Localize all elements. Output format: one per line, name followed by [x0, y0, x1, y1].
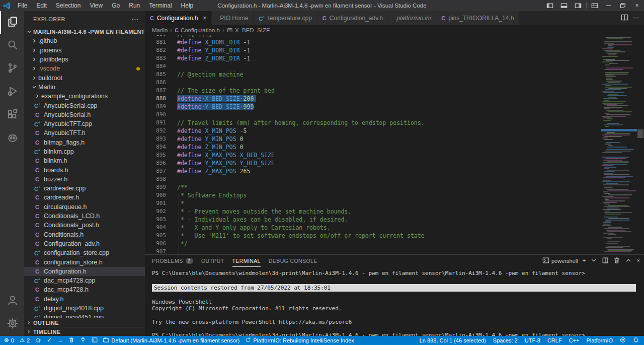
status-check[interactable]: ✓	[47, 337, 52, 343]
scrollbar-thumb[interactable]	[637, 129, 643, 138]
code-line[interactable]: 883#define Z_HOME_DIR -1	[145, 54, 599, 62]
tree-item[interactable]: Cbuzzer.h	[24, 175, 145, 184]
tree-item[interactable]: Cdac_mcp4728.h	[24, 285, 145, 294]
tab-configuration-adv-h[interactable]: CConfiguration_adv.h	[317, 11, 388, 25]
status-sync-item[interactable]: PlatformIO: Rebuilding IntelliSense Inde…	[245, 337, 354, 344]
code-line[interactable]: 886	[145, 79, 599, 87]
shell-selector[interactable]: powershell	[542, 257, 578, 265]
tab-pio-home[interactable]: PIO Home	[212, 11, 254, 25]
code-line[interactable]: 895#define X_MAX_POS X_BED_SIZE	[145, 151, 599, 159]
status-arrow-right[interactable]: →	[57, 337, 63, 343]
tree-item[interactable]: example_configurations	[24, 92, 145, 101]
status-item[interactable]: UTF-8	[525, 337, 540, 343]
minimize-button[interactable]	[602, 0, 616, 11]
terminal-output[interactable]: PS C:\Users\ble\Documents\windmolen\3d-p…	[145, 267, 644, 336]
split-icon[interactable]	[602, 257, 609, 265]
tree-item[interactable]: Cdelay.h	[24, 295, 145, 304]
tree-item[interactable]: C+digipot_mcp4451.cpp	[24, 313, 145, 318]
tree-item[interactable]: C+cardreader.cpp	[24, 184, 145, 193]
tree-item[interactable]: .github	[24, 36, 145, 45]
tree-item[interactable]: CConditionals_LCD.h	[24, 212, 145, 221]
tree-item[interactable]: .vscode	[24, 64, 145, 73]
status-plug[interactable]	[80, 337, 86, 344]
tree-item[interactable]: CConditionals_post.h	[24, 221, 145, 230]
activity-platformio[interactable]	[0, 127, 24, 150]
code-line[interactable]: 902 * - Prevent moves outside the set ma…	[145, 208, 599, 216]
activity-settings[interactable]	[0, 313, 24, 336]
tree-item[interactable]: Marlin	[24, 83, 145, 92]
more-actions-icon[interactable]: ⋯	[132, 15, 139, 23]
code-line[interactable]: 893#define Y_MIN_POS 0	[145, 135, 599, 143]
panel-tab-problems[interactable]: PROBLEMS2	[152, 255, 193, 267]
tree-item[interactable]: CAnycubicSerial.h	[24, 110, 145, 119]
code-line[interactable]: 904 * - X and Y only apply to Cartesian …	[145, 224, 599, 232]
close-icon[interactable]: ×	[636, 258, 640, 264]
editor[interactable]: 880// :[-1,1]881#define X_HOME_DIR -1882…	[145, 35, 644, 254]
outline-section[interactable]: OUTLINE	[24, 318, 145, 327]
menu-item-go[interactable]: Go	[107, 0, 124, 11]
status-warning-item[interactable]: ⚠2	[20, 337, 30, 343]
code-line[interactable]: 905 * - Use 'M211' to set software endst…	[145, 232, 599, 240]
chevron-up-icon[interactable]	[625, 257, 632, 265]
activity-run-debug[interactable]	[0, 81, 24, 104]
code-line[interactable]: 884	[145, 62, 599, 71]
code-area[interactable]: 880// :[-1,1]881#define X_HOME_DIR -1882…	[145, 35, 599, 254]
code-line[interactable]: 899/**	[145, 183, 599, 191]
code-line[interactable]: 907	[145, 248, 599, 254]
editor-scrollbar[interactable]	[637, 35, 644, 254]
layout-customize-button[interactable]	[588, 0, 602, 11]
close-tab-icon[interactable]: ×	[203, 15, 206, 22]
tree-item[interactable]: C+AnycubicTFT.cpp	[24, 119, 145, 128]
more-icon[interactable]: ⋯	[633, 15, 639, 21]
tree-item[interactable]: Ccircularqueue.h	[24, 202, 145, 212]
restore-button[interactable]	[616, 0, 630, 11]
tree-item[interactable]: Cconfiguration_store.h	[24, 257, 145, 266]
tree-item[interactable]: C+AnycubicSerial.cpp	[24, 101, 145, 110]
tab-pins-trigorilla-14-h[interactable]: Cpins_TRIGORILLA_14.h	[436, 11, 519, 25]
tab-configuration-h[interactable]: CConfiguration.h×	[145, 11, 212, 25]
code-line[interactable]: 890	[145, 111, 599, 119]
tree-item[interactable]: buildroot	[24, 73, 145, 82]
code-line[interactable]: 900 * Software Endstops	[145, 191, 599, 199]
tree-item[interactable]: .pioenvs	[24, 46, 145, 55]
code-line[interactable]: 888#define·X_BED_SIZE·200	[145, 95, 599, 103]
status-trash[interactable]	[68, 337, 74, 344]
plus-icon[interactable]: +	[583, 258, 586, 264]
menu-item-help[interactable]: Help	[177, 0, 198, 11]
code-line[interactable]: 901 *	[145, 199, 599, 208]
status-item[interactable]: PlatformIO	[586, 337, 613, 343]
code-line[interactable]: 897#define Z_MAX_POS 265	[145, 167, 599, 175]
tree-item[interactable]: CConditionals.h	[24, 230, 145, 239]
status-item[interactable]: Ln 888, Col 1 (46 selected)	[420, 337, 486, 343]
status-bell[interactable]	[633, 337, 639, 344]
tree-item[interactable]: C+blinkm.cpp	[24, 147, 145, 156]
status-item[interactable]: CRLF	[547, 337, 562, 343]
status-home[interactable]	[35, 337, 41, 344]
tree-item[interactable]: C+dac_mcp4728.cpp	[24, 276, 145, 285]
activity-search[interactable]	[0, 34, 24, 57]
breadcrumb-item[interactable]: CConfiguration.h	[175, 27, 220, 33]
code-line[interactable]: 889#define·Y_BED_SIZE·999	[145, 103, 599, 111]
code-line[interactable]: 894#define Z_MIN_POS 0	[145, 143, 599, 151]
layout-sidebar-button[interactable]	[543, 0, 557, 11]
activity-source-control[interactable]	[0, 57, 24, 81]
menu-item-edit[interactable]: Edit	[32, 0, 51, 11]
close-window-button[interactable]: ×	[630, 0, 644, 11]
tree-item[interactable]: CAnycubicTFT.h	[24, 128, 145, 137]
code-line[interactable]: 898	[145, 175, 599, 183]
breadcrumb-item[interactable]: Marlin	[152, 27, 168, 33]
tree-item[interactable]: C+digipot_mcp4018.cpp	[24, 304, 145, 313]
tree-item[interactable]: CConfiguration.h	[24, 267, 145, 276]
code-line[interactable]: 906 */	[145, 240, 599, 248]
status-error-item[interactable]: ⊗0	[4, 337, 14, 343]
status-terminal[interactable]	[92, 337, 98, 344]
code-line[interactable]: 887// The size of the print bed	[145, 87, 599, 95]
tree-item[interactable]: Cblinkm.h	[24, 156, 145, 165]
menu-item-terminal[interactable]: Terminal	[144, 0, 176, 11]
activity-extensions[interactable]	[0, 104, 24, 127]
activity-explorer[interactable]	[0, 11, 24, 34]
code-line[interactable]: 903 * - Individual axes can be disabled,…	[145, 216, 599, 224]
code-line[interactable]: 892#define X_MIN_POS -5	[145, 127, 599, 135]
menu-item-view[interactable]: View	[85, 0, 107, 11]
code-line[interactable]: 891// Travel limits (mm) after homing, c…	[145, 119, 599, 127]
